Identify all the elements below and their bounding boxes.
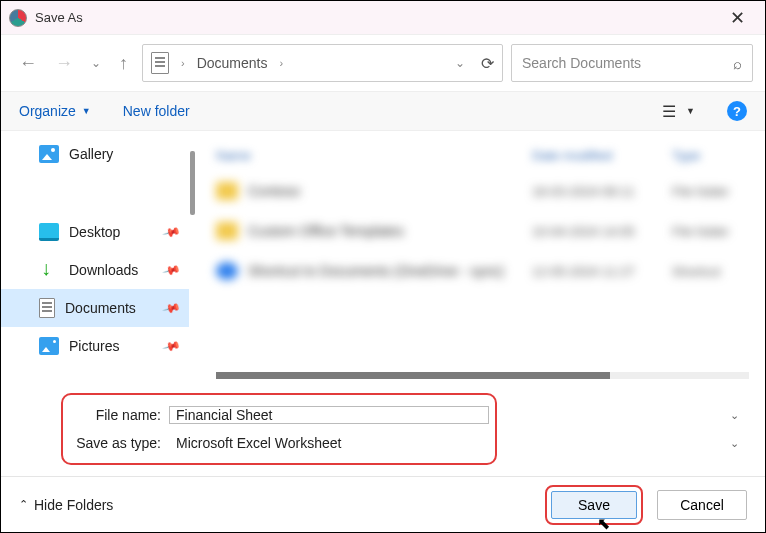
refresh-icon[interactable]: ⟳ [473, 54, 494, 73]
sidebar-item-gallery[interactable]: Gallery [1, 135, 189, 173]
sidebar-item-label: Gallery [69, 146, 113, 162]
chevron-right-icon[interactable]: › [175, 57, 191, 69]
file-icon [216, 262, 238, 280]
documents-icon [39, 298, 55, 318]
sidebar-item-pictures[interactable]: Pictures 📌 [1, 327, 189, 365]
save-type-row: Save as type: Microsoft Excel Worksheet … [69, 429, 489, 457]
downloads-icon [39, 261, 59, 279]
chevron-down-icon[interactable]: ⌄ [730, 409, 739, 422]
horizontal-scrollbar[interactable] [216, 372, 749, 379]
hide-folders-button[interactable]: ⌃ Hide Folders [19, 497, 113, 513]
footer: ⌃ Hide Folders Save ⬉ Cancel [1, 476, 765, 532]
save-type-select[interactable]: Microsoft Excel Worksheet [169, 434, 489, 452]
sidebar-scrollbar[interactable] [189, 131, 196, 385]
title-bar: Save As ✕ [1, 1, 765, 35]
list-item[interactable]: Shortcut to Documents (OneDrive - sync) … [216, 251, 749, 291]
sidebar-item-label: Desktop [69, 224, 120, 240]
chevron-up-icon: ⌃ [19, 498, 28, 511]
pictures-icon [39, 337, 59, 355]
cursor-icon: ⬉ [597, 514, 610, 533]
organize-label: Organize [19, 103, 76, 119]
header-name[interactable]: Name [216, 148, 532, 163]
form-highlight: File name: Financial Sheet ⌄ Save as typ… [61, 393, 497, 465]
search-icon[interactable]: ⌕ [733, 55, 742, 72]
sidebar-item-desktop[interactable]: Desktop 📌 [1, 213, 189, 251]
sidebar-item-label: Pictures [69, 338, 120, 354]
header-type[interactable]: Type [672, 148, 749, 163]
address-dropdown-icon[interactable]: ⌄ [455, 56, 465, 70]
list-item[interactable]: Contoso 16-03-2024 09:11 File folder [216, 171, 749, 211]
sidebar-item-label: Documents [65, 300, 136, 316]
sidebar-item-label: Downloads [69, 262, 138, 278]
pin-icon: 📌 [162, 298, 182, 318]
back-icon[interactable]: ← [19, 53, 37, 74]
list-item[interactable]: Custom Office Templates 10-04-2024 14:05… [216, 211, 749, 251]
up-icon[interactable]: ↑ [119, 53, 128, 74]
window-title: Save As [35, 10, 717, 25]
address-folder[interactable]: Documents [197, 55, 268, 71]
file-list-header[interactable]: Name Date modified Type [216, 139, 749, 171]
search-input[interactable]: Search Documents ⌕ [511, 44, 753, 82]
save-type-label: Save as type: [69, 435, 169, 451]
file-name-label: File name: [69, 407, 169, 423]
folder-icon [216, 222, 238, 240]
main-area: Gallery Desktop 📌 Downloads 📌 Documents … [1, 131, 765, 385]
pin-icon: 📌 [162, 336, 182, 356]
header-date[interactable]: Date modified [532, 148, 672, 163]
forward-icon[interactable]: → [55, 53, 73, 74]
caret-down-icon: ▼ [82, 106, 91, 116]
new-folder-button[interactable]: New folder [123, 103, 190, 119]
cancel-button[interactable]: Cancel [657, 490, 747, 520]
sidebar: Gallery Desktop 📌 Downloads 📌 Documents … [1, 131, 189, 385]
save-form: File name: Financial Sheet ⌄ Save as typ… [1, 385, 765, 465]
search-placeholder: Search Documents [522, 55, 733, 71]
desktop-icon [39, 223, 59, 241]
view-button[interactable]: ☰ ▼ [662, 102, 695, 121]
help-icon[interactable]: ? [727, 101, 747, 121]
organize-button[interactable]: Organize ▼ [19, 103, 91, 119]
hide-folders-label: Hide Folders [34, 497, 113, 513]
app-icon [9, 9, 27, 27]
toolbar: Organize ▼ New folder ☰ ▼ ? [1, 91, 765, 131]
recent-locations-icon[interactable]: ⌄ [91, 56, 101, 70]
list-view-icon: ☰ [662, 102, 676, 121]
file-list[interactable]: Name Date modified Type Contoso 16-03-20… [196, 131, 765, 385]
chevron-right-icon[interactable]: › [273, 57, 289, 69]
save-highlight: Save ⬉ [545, 485, 643, 525]
folder-doc-icon [151, 52, 169, 74]
sidebar-item-downloads[interactable]: Downloads 📌 [1, 251, 189, 289]
nav-row: ← → ⌄ ↑ › Documents › ⌄ ⟳ Search Documen… [1, 35, 765, 91]
sidebar-item-documents[interactable]: Documents 📌 [1, 289, 189, 327]
close-icon[interactable]: ✕ [717, 7, 757, 29]
address-bar[interactable]: › Documents › ⌄ ⟳ [142, 44, 503, 82]
gallery-icon [39, 145, 59, 163]
pin-icon: 📌 [162, 222, 182, 242]
folder-icon [216, 182, 238, 200]
chevron-down-icon[interactable]: ⌄ [730, 437, 739, 450]
file-name-input[interactable]: Financial Sheet [169, 406, 489, 424]
file-name-row: File name: Financial Sheet ⌄ [69, 401, 489, 429]
save-button[interactable]: Save [551, 491, 637, 519]
pin-icon: 📌 [162, 260, 182, 280]
caret-down-icon: ▼ [686, 106, 695, 116]
